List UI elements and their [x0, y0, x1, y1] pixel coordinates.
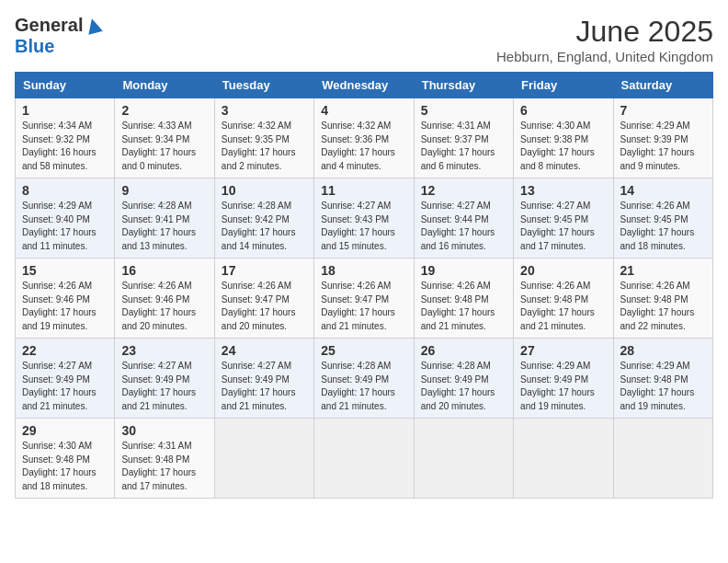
calendar-day-cell: 16Sunrise: 4:26 AMSunset: 9:46 PMDayligh…: [115, 259, 214, 339]
day-number: 16: [121, 263, 207, 278]
calendar-day-cell: 19Sunrise: 4:26 AMSunset: 9:48 PMDayligh…: [414, 259, 513, 339]
calendar-day-cell: 17Sunrise: 4:26 AMSunset: 9:47 PMDayligh…: [214, 259, 313, 339]
calendar-day-cell: 15Sunrise: 4:26 AMSunset: 9:46 PMDayligh…: [16, 259, 115, 339]
day-info: Sunrise: 4:32 AMSunset: 9:36 PMDaylight:…: [321, 120, 406, 173]
day-number: 6: [520, 103, 606, 118]
calendar-table: SundayMondayTuesdayWednesdayThursdayFrid…: [15, 72, 713, 499]
calendar-day-cell: 3Sunrise: 4:32 AMSunset: 9:35 PMDaylight…: [214, 98, 313, 178]
calendar-day-cell: 7Sunrise: 4:29 AMSunset: 9:39 PMDaylight…: [613, 98, 712, 178]
title-section: June 2025 Hebburn, England, United Kingd…: [496, 15, 713, 64]
calendar-day-cell: 14Sunrise: 4:26 AMSunset: 9:45 PMDayligh…: [613, 178, 712, 259]
calendar-day-cell: 23Sunrise: 4:27 AMSunset: 9:49 PMDayligh…: [115, 339, 214, 419]
calendar-header-tuesday: Tuesday: [214, 73, 313, 98]
calendar-day-cell: 27Sunrise: 4:29 AMSunset: 9:49 PMDayligh…: [514, 339, 613, 419]
calendar-day-cell: 26Sunrise: 4:28 AMSunset: 9:49 PMDayligh…: [414, 339, 513, 419]
day-number: 17: [222, 263, 307, 278]
calendar-day-cell: [314, 419, 414, 499]
day-info: Sunrise: 4:29 AMSunset: 9:49 PMDaylight:…: [520, 360, 606, 413]
calendar-day-cell: [613, 419, 712, 499]
calendar-day-cell: 5Sunrise: 4:31 AMSunset: 9:37 PMDaylight…: [414, 98, 513, 178]
day-number: 20: [520, 263, 606, 278]
day-info: Sunrise: 4:33 AMSunset: 9:34 PMDaylight:…: [121, 120, 207, 173]
day-info: Sunrise: 4:26 AMSunset: 9:46 PMDaylight:…: [22, 280, 108, 333]
calendar-day-cell: 11Sunrise: 4:27 AMSunset: 9:43 PMDayligh…: [314, 178, 414, 259]
calendar-header-wednesday: Wednesday: [314, 73, 414, 98]
day-number: 1: [22, 103, 108, 118]
day-info: Sunrise: 4:32 AMSunset: 9:35 PMDaylight:…: [222, 120, 307, 173]
day-info: Sunrise: 4:28 AMSunset: 9:42 PMDaylight:…: [222, 200, 307, 253]
logo-blue: Blue: [15, 36, 54, 57]
day-number: 23: [121, 343, 207, 358]
day-number: 12: [421, 183, 506, 198]
day-number: 29: [22, 423, 108, 438]
day-number: 15: [22, 263, 108, 278]
day-info: Sunrise: 4:28 AMSunset: 9:49 PMDaylight:…: [421, 360, 506, 413]
calendar-header-sunday: Sunday: [16, 73, 115, 98]
day-info: Sunrise: 4:26 AMSunset: 9:46 PMDaylight:…: [121, 280, 207, 333]
calendar-day-cell: 1Sunrise: 4:34 AMSunset: 9:32 PMDaylight…: [16, 98, 115, 178]
calendar-day-cell: 22Sunrise: 4:27 AMSunset: 9:49 PMDayligh…: [16, 339, 115, 419]
calendar-day-cell: 18Sunrise: 4:26 AMSunset: 9:47 PMDayligh…: [314, 259, 414, 339]
day-info: Sunrise: 4:26 AMSunset: 9:48 PMDaylight:…: [421, 280, 506, 333]
day-number: 26: [421, 343, 506, 358]
calendar-week-row: 1Sunrise: 4:34 AMSunset: 9:32 PMDaylight…: [16, 98, 713, 178]
day-number: 11: [321, 183, 406, 198]
day-number: 3: [222, 103, 307, 118]
day-info: Sunrise: 4:29 AMSunset: 9:39 PMDaylight:…: [620, 120, 706, 173]
month-title: June 2025: [496, 15, 713, 49]
calendar-day-cell: [214, 419, 313, 499]
day-info: Sunrise: 4:27 AMSunset: 9:49 PMDaylight:…: [121, 360, 207, 413]
day-number: 18: [321, 263, 406, 278]
svg-marker-0: [85, 17, 104, 35]
calendar-day-cell: [514, 419, 613, 499]
day-number: 27: [520, 343, 606, 358]
logo: General Blue: [15, 15, 103, 57]
calendar-week-row: 22Sunrise: 4:27 AMSunset: 9:49 PMDayligh…: [16, 339, 713, 419]
calendar-day-cell: 8Sunrise: 4:29 AMSunset: 9:40 PMDaylight…: [16, 178, 115, 259]
day-number: 4: [321, 103, 406, 118]
day-number: 21: [620, 263, 706, 278]
calendar-header-thursday: Thursday: [414, 73, 513, 98]
day-info: Sunrise: 4:34 AMSunset: 9:32 PMDaylight:…: [22, 120, 108, 173]
location-subtitle: Hebburn, England, United Kingdom: [496, 49, 713, 64]
calendar-day-cell: 9Sunrise: 4:28 AMSunset: 9:41 PMDaylight…: [115, 178, 214, 259]
calendar-day-cell: 25Sunrise: 4:28 AMSunset: 9:49 PMDayligh…: [314, 339, 414, 419]
day-number: 9: [121, 183, 207, 198]
day-number: 28: [620, 343, 706, 358]
calendar-day-cell: [414, 419, 513, 499]
day-info: Sunrise: 4:27 AMSunset: 9:49 PMDaylight:…: [222, 360, 307, 413]
calendar-day-cell: 24Sunrise: 4:27 AMSunset: 9:49 PMDayligh…: [214, 339, 313, 419]
day-info: Sunrise: 4:29 AMSunset: 9:48 PMDaylight:…: [620, 360, 706, 413]
calendar-header-monday: Monday: [115, 73, 214, 98]
day-info: Sunrise: 4:27 AMSunset: 9:49 PMDaylight:…: [22, 360, 108, 413]
calendar-day-cell: 4Sunrise: 4:32 AMSunset: 9:36 PMDaylight…: [314, 98, 414, 178]
day-number: 24: [222, 343, 307, 358]
day-info: Sunrise: 4:26 AMSunset: 9:47 PMDaylight:…: [321, 280, 406, 333]
calendar-day-cell: 12Sunrise: 4:27 AMSunset: 9:44 PMDayligh…: [414, 178, 513, 259]
day-number: 19: [421, 263, 506, 278]
day-info: Sunrise: 4:27 AMSunset: 9:44 PMDaylight:…: [421, 200, 506, 253]
calendar-day-cell: 13Sunrise: 4:27 AMSunset: 9:45 PMDayligh…: [514, 178, 613, 259]
day-number: 13: [520, 183, 606, 198]
calendar-day-cell: 20Sunrise: 4:26 AMSunset: 9:48 PMDayligh…: [514, 259, 613, 339]
day-info: Sunrise: 4:28 AMSunset: 9:49 PMDaylight:…: [321, 360, 406, 413]
calendar-day-cell: 6Sunrise: 4:30 AMSunset: 9:38 PMDaylight…: [514, 98, 613, 178]
day-info: Sunrise: 4:26 AMSunset: 9:47 PMDaylight:…: [222, 280, 307, 333]
calendar-day-cell: 2Sunrise: 4:33 AMSunset: 9:34 PMDaylight…: [115, 98, 214, 178]
day-number: 14: [620, 183, 706, 198]
calendar-header-saturday: Saturday: [613, 73, 712, 98]
calendar-day-cell: 29Sunrise: 4:30 AMSunset: 9:48 PMDayligh…: [16, 419, 115, 499]
day-number: 2: [121, 103, 207, 118]
day-info: Sunrise: 4:27 AMSunset: 9:45 PMDaylight:…: [520, 200, 606, 253]
logo-general: General: [15, 15, 83, 36]
day-info: Sunrise: 4:27 AMSunset: 9:43 PMDaylight:…: [321, 200, 406, 253]
day-info: Sunrise: 4:31 AMSunset: 9:48 PMDaylight:…: [121, 440, 207, 493]
calendar-day-cell: 21Sunrise: 4:26 AMSunset: 9:48 PMDayligh…: [613, 259, 712, 339]
day-number: 7: [620, 103, 706, 118]
day-number: 30: [121, 423, 207, 438]
calendar-header-row: SundayMondayTuesdayWednesdayThursdayFrid…: [16, 73, 713, 98]
calendar-day-cell: 10Sunrise: 4:28 AMSunset: 9:42 PMDayligh…: [214, 178, 313, 259]
page-header: General Blue June 2025 Hebburn, England,…: [15, 15, 713, 64]
day-number: 5: [421, 103, 506, 118]
day-number: 8: [22, 183, 108, 198]
